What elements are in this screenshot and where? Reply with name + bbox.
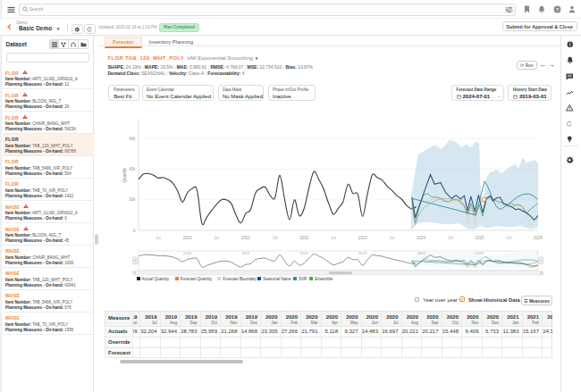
- svg-text:2026: 2026: [534, 236, 543, 240]
- svg-text:Jul: Jul: [214, 236, 219, 240]
- svg-text:2024: 2024: [417, 236, 426, 240]
- svg-text:2022: 2022: [300, 251, 309, 255]
- svg-text:Jul: Jul: [331, 236, 336, 240]
- svg-text:2022: 2022: [299, 236, 309, 240]
- svg-text:2021: 2021: [241, 236, 251, 240]
- svg-text:2020: 2020: [183, 251, 192, 255]
- svg-text:2023: 2023: [358, 251, 367, 255]
- svg-text:0: 0: [133, 229, 136, 233]
- svg-text:2020: 2020: [182, 236, 192, 240]
- svg-text:Quantity: Quantity: [122, 167, 127, 183]
- svg-text:20k: 20k: [129, 197, 136, 202]
- svg-text:2025: 2025: [475, 236, 484, 240]
- svg-text:40k: 40k: [129, 167, 136, 171]
- svg-text:Jul: Jul: [273, 236, 278, 240]
- svg-text:Jul: Jul: [506, 236, 511, 240]
- svg-text:2021: 2021: [241, 251, 250, 255]
- svg-text:Jul: Jul: [448, 236, 453, 240]
- svg-text:2023: 2023: [358, 236, 368, 240]
- svg-text:Jul: Jul: [156, 236, 161, 240]
- svg-text:60k: 60k: [129, 137, 136, 141]
- svg-text:Jul: Jul: [390, 236, 395, 240]
